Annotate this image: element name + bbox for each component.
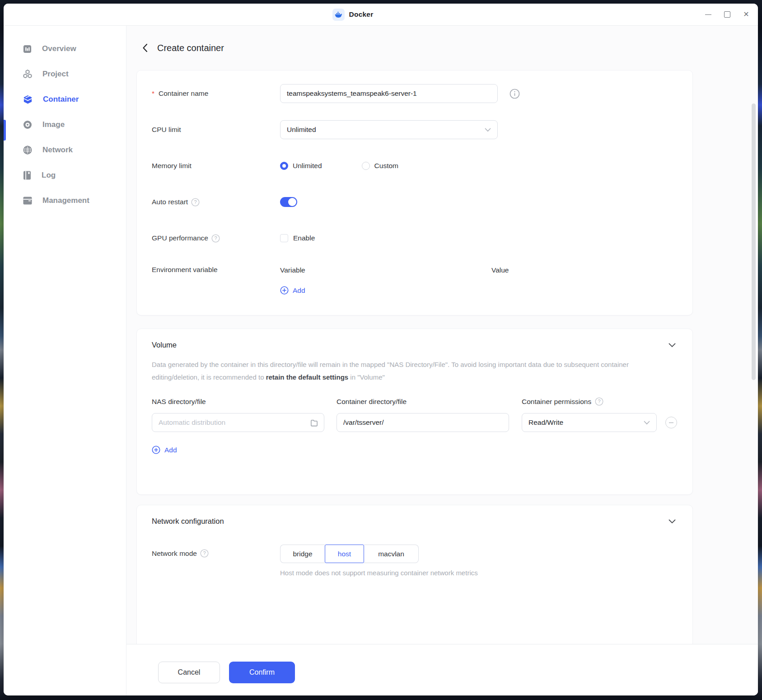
sidebar-item-image[interactable]: Image (4, 114, 126, 135)
volume-section-title: Volume (152, 341, 177, 349)
chevron-down-icon (485, 128, 491, 132)
docker-app-window: Docker ✕ Overview Pr (4, 4, 758, 695)
nas-directory-input-wrap (152, 413, 324, 432)
sidebar-item-network[interactable]: Network (4, 140, 126, 160)
volume-mapping-row: Read/Write (152, 413, 678, 432)
svg-text:?: ? (598, 399, 601, 404)
env-variable-header: Variable (280, 266, 491, 274)
network-mode-bridge-button[interactable]: bridge (280, 545, 325, 563)
collapse-chevron-icon[interactable] (667, 341, 678, 349)
container-directory-input[interactable] (343, 418, 503, 427)
container-name-label: * Container name (152, 89, 280, 98)
main-content: Create container * Container name (126, 26, 758, 695)
volume-column-headers: NAS directory/file Container directory/f… (152, 397, 678, 406)
network-configuration-card: Network configuration Network mode ? (136, 505, 693, 644)
memory-limit-label: Memory limit (152, 162, 280, 170)
svg-text:?: ? (203, 550, 206, 556)
add-volume-button[interactable]: Add (152, 446, 177, 454)
network-mode-label: Network mode ? (152, 549, 280, 558)
nas-directory-label: NAS directory/file (152, 397, 337, 406)
close-icon[interactable]: ✕ (743, 11, 750, 18)
sidebar-active-indicator (4, 120, 6, 141)
sidebar-item-label: Overview (42, 44, 76, 53)
memory-unlimited-radio[interactable]: Unlimited (280, 162, 322, 170)
footer: Cancel Confirm (126, 644, 758, 695)
env-value-header: Value (491, 266, 509, 274)
sidebar-item-project[interactable]: Project (4, 64, 126, 85)
add-env-variable-button[interactable]: Add (280, 286, 305, 295)
page-header: Create container (126, 26, 758, 70)
sidebar-item-container[interactable]: Container (4, 89, 126, 110)
container-icon (23, 94, 33, 105)
auto-restart-toggle[interactable] (280, 197, 297, 207)
network-icon (23, 145, 33, 155)
container-directory-label: Container directory/file (337, 397, 522, 406)
scroll-content: * Container name CPU limit Unlimited (126, 70, 758, 644)
auto-restart-row: Auto restart ? (152, 193, 692, 211)
network-mode-host-button[interactable]: host (325, 545, 364, 563)
management-icon (23, 196, 33, 205)
maximize-icon[interactable] (724, 11, 731, 18)
help-icon[interactable]: ? (200, 549, 209, 558)
help-icon[interactable]: ? (191, 198, 200, 207)
minimize-icon[interactable] (705, 11, 712, 18)
overview-icon (23, 44, 32, 54)
memory-limit-row: Memory limit Unlimited Custom (152, 156, 692, 175)
log-icon (23, 170, 32, 180)
network-section-title: Network configuration (152, 517, 224, 526)
sidebar-item-management[interactable]: Management (4, 190, 126, 211)
container-permissions-select[interactable]: Read/Write (522, 413, 657, 432)
svg-text:?: ? (214, 235, 217, 241)
docker-logo-icon (332, 9, 345, 21)
sidebar-item-log[interactable]: Log (4, 165, 126, 186)
sidebar-item-label: Log (42, 171, 56, 180)
window-controls: ✕ (705, 4, 750, 25)
container-directory-input-wrap (337, 413, 509, 432)
gpu-enable-checkbox-row[interactable]: Enable (280, 234, 315, 242)
toggle-knob (288, 198, 296, 206)
required-asterisk: * (152, 89, 154, 98)
container-permissions-label: Container permissions ? (522, 397, 657, 406)
app-title: Docker (349, 10, 374, 19)
host-mode-note: Host mode does not support measuring con… (280, 569, 478, 577)
env-headers: Variable Value (280, 266, 509, 274)
image-icon (23, 120, 33, 130)
back-icon[interactable] (140, 43, 150, 53)
memory-custom-radio[interactable]: Custom (362, 162, 398, 170)
permissions-value: Read/Write (528, 418, 563, 427)
info-icon[interactable] (510, 89, 520, 99)
radio-selected-icon (280, 162, 288, 170)
container-name-row: * Container name (152, 84, 692, 103)
sidebar-item-label: Network (42, 146, 73, 155)
cancel-button[interactable]: Cancel (158, 662, 220, 683)
cpu-limit-select[interactable]: Unlimited (280, 120, 498, 139)
help-icon[interactable]: ? (211, 234, 220, 243)
memory-limit-radio-group: Unlimited Custom (280, 162, 398, 170)
container-name-input[interactable] (280, 84, 498, 103)
folder-icon[interactable] (310, 418, 318, 427)
gpu-performance-row: GPU performance ? Enable (152, 229, 692, 248)
cpu-limit-label: CPU limit (152, 126, 280, 134)
remove-volume-button[interactable] (665, 417, 677, 428)
container-settings-card: * Container name CPU limit Unlimited (136, 70, 693, 315)
network-mode-segmented-control: bridge host macvlan (280, 545, 478, 563)
plus-circle-icon (152, 446, 160, 454)
collapse-chevron-icon[interactable] (667, 517, 678, 526)
svg-text:?: ? (194, 199, 197, 205)
volume-description: Data generated by the container in this … (152, 358, 660, 384)
confirm-button[interactable]: Confirm (229, 662, 295, 683)
titlebar-title-group: Docker (4, 4, 702, 25)
checkbox-unchecked-icon[interactable] (280, 234, 288, 242)
network-mode-macvlan-button[interactable]: macvlan (364, 545, 419, 563)
sidebar-item-overview[interactable]: Overview (4, 38, 126, 59)
sidebar-item-label: Image (42, 120, 65, 129)
scrollbar-thumb[interactable] (752, 103, 756, 380)
chevron-down-icon (644, 421, 650, 425)
sidebar-item-label: Project (42, 70, 69, 79)
sidebar: Overview Project Container (4, 26, 126, 695)
network-mode-row: Network mode ? bridge host macvlan H (152, 545, 678, 577)
help-icon[interactable]: ? (595, 397, 603, 406)
nas-directory-input[interactable] (159, 418, 310, 427)
gpu-performance-label: GPU performance ? (152, 234, 280, 243)
environment-variable-label: Environment variable (152, 266, 280, 274)
